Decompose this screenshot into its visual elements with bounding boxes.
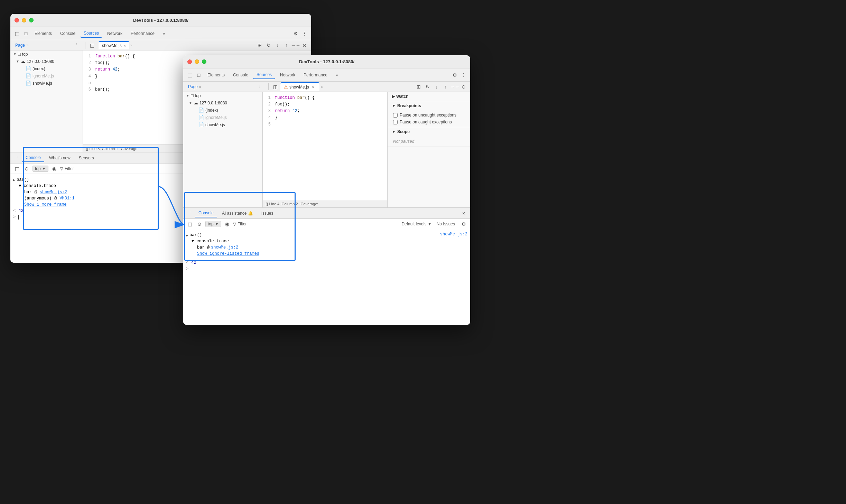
sidebar-toggle-bottom-back[interactable]: ◫ xyxy=(13,165,21,172)
tab-elements-front[interactable]: Elements xyxy=(204,71,228,79)
maximize-button-front[interactable] xyxy=(202,59,206,64)
tree-index-front[interactable]: 📄 (index) xyxy=(183,106,262,114)
file-icon-showme-front: 📄 xyxy=(198,122,204,127)
tree-showme-back[interactable]: 📄 showMe.js xyxy=(10,80,83,87)
sep-front xyxy=(268,83,269,90)
inspect-icon-front[interactable]: ⬚ xyxy=(186,71,194,79)
tree-server-back[interactable]: ▼ ☁ 127.0.0.1:8080 xyxy=(10,58,83,65)
tab-console-bottom-back[interactable]: Console xyxy=(22,154,44,162)
scope-header[interactable]: ▼ Scope xyxy=(388,127,470,136)
tab-issues-front[interactable]: Issues xyxy=(258,209,277,217)
tab-performance-back[interactable]: Performance xyxy=(127,30,158,37)
close-bottom-front[interactable]: × xyxy=(460,209,467,217)
tree-top-back[interactable]: ▼ □ top xyxy=(10,50,83,58)
eye-icon-back[interactable]: ◉ xyxy=(50,165,58,172)
tab-elements-back[interactable]: Elements xyxy=(31,30,55,37)
tab-more-front[interactable]: » xyxy=(332,71,342,79)
refresh-back[interactable]: ↻ xyxy=(265,41,272,49)
bottom-menu-back[interactable]: ⋮ xyxy=(13,154,21,162)
close-button[interactable] xyxy=(15,18,19,22)
inspect-icon[interactable]: ⬚ xyxy=(13,30,21,37)
show-ignore-listed-link[interactable]: Show ignore-listed frames xyxy=(197,251,259,256)
tab-console-back[interactable]: Console xyxy=(57,30,79,37)
main-toolbar-front: ⬚ □ Elements Console Sources Network Per… xyxy=(183,68,470,82)
page-tab-front[interactable]: Page xyxy=(188,84,198,89)
step-out-back[interactable]: →→ xyxy=(292,41,299,49)
tab-sources-back[interactable]: Sources xyxy=(80,29,102,38)
eye-icon-front[interactable]: ◉ xyxy=(223,220,231,228)
file-tab-showme-back[interactable]: showMe.js × xyxy=(99,41,129,49)
tab-ai-front[interactable]: AI assistance 🔔 xyxy=(219,209,257,217)
bottom-menu-front[interactable]: ⋮ xyxy=(186,209,194,217)
tab-network-front[interactable]: Network xyxy=(277,71,299,79)
showme-side-link[interactable]: showMe.js:2 xyxy=(440,232,467,272)
page-tab-back[interactable]: Page xyxy=(15,43,25,48)
tab-sensors-back[interactable]: Sensors xyxy=(75,154,97,162)
step-over-back[interactable]: ↓ xyxy=(274,41,281,49)
sidebar-menu-front[interactable]: ⋮ xyxy=(256,83,263,91)
tree-server-front[interactable]: ▼ ☁ 127.0.0.1:8080 xyxy=(183,99,262,106)
tree-ignoreme-front[interactable]: 📄 ignoreMe.js xyxy=(183,114,262,121)
vm31-link-back[interactable]: VM31:1 xyxy=(59,196,74,201)
device-icon[interactable]: □ xyxy=(22,30,30,37)
close-button-front[interactable] xyxy=(187,59,192,64)
maximize-button[interactable] xyxy=(29,18,34,22)
traffic-lights-back xyxy=(15,18,34,22)
menu-icon-front[interactable]: ⋮ xyxy=(460,71,467,79)
step-out-front[interactable]: →→ xyxy=(451,83,458,91)
deactivate-front[interactable]: ⊝ xyxy=(460,83,467,91)
tab-network-back[interactable]: Network xyxy=(104,30,126,37)
pause-uncaught-checkbox[interactable] xyxy=(393,113,398,118)
minimize-button-front[interactable] xyxy=(195,59,199,64)
settings-console-front[interactable]: ⚙ xyxy=(460,220,467,228)
menu-icon-back[interactable]: ⋮ xyxy=(301,30,308,37)
tab-console-bottom-front[interactable]: Console xyxy=(195,209,217,217)
scope-chevron: ▼ xyxy=(392,129,396,134)
step-over-front[interactable]: ↓ xyxy=(433,83,440,91)
settings-icon-back[interactable]: ⚙ xyxy=(292,30,299,37)
clear-console-back[interactable]: ⊝ xyxy=(23,165,30,172)
frame-icon-front: □ xyxy=(191,93,194,98)
close-tab-back[interactable]: × xyxy=(124,44,126,48)
tree-top-front[interactable]: ▼ □ top xyxy=(183,92,262,99)
tree-ignoreme-back[interactable]: 📄 ignoreMe.js xyxy=(10,72,83,80)
tab-whatsnew-back[interactable]: What's new xyxy=(46,154,74,162)
breakpoints-header[interactable]: ▼ Breakpoints xyxy=(388,101,470,110)
file-tab-showme-front[interactable]: ⚠ showMe.js × xyxy=(280,82,319,91)
close-tab-front[interactable]: × xyxy=(310,84,316,90)
showme-link-front[interactable]: showMe.js:2 xyxy=(211,245,238,250)
show-more-link-back[interactable]: Show 1 more frame xyxy=(24,202,66,207)
device-icon-front[interactable]: □ xyxy=(195,71,203,79)
sidebar-toggle-bottom-front[interactable]: ◫ xyxy=(186,220,194,228)
more-icon-front[interactable]: » xyxy=(199,85,201,89)
tab-sources-front[interactable]: Sources xyxy=(253,71,275,79)
tree-showme-front[interactable]: 📄 showMe.js xyxy=(183,121,262,128)
watch-header[interactable]: ▶ Watch xyxy=(388,92,470,101)
more-tabs-back[interactable]: » xyxy=(130,43,132,47)
sidebar-menu-back[interactable]: ⋮ xyxy=(73,41,80,49)
toggle-sidebar-back[interactable]: ◫ xyxy=(88,41,96,49)
step-into-back[interactable]: ↑ xyxy=(283,41,290,49)
default-levels-btn[interactable]: Default levels ▼ xyxy=(401,222,431,226)
coverage-back: Coverage: xyxy=(121,147,139,151)
tab-console-front[interactable]: Console xyxy=(230,71,252,79)
context-selector-front[interactable]: top ▼ xyxy=(205,221,221,227)
toggle-sidebar-front[interactable]: ◫ xyxy=(271,83,279,91)
split-editor-back[interactable]: ⊞ xyxy=(256,41,263,49)
tab-more-back[interactable]: » xyxy=(159,30,169,37)
split-editor-front[interactable]: ⊞ xyxy=(415,83,422,91)
more-tabs-front[interactable]: » xyxy=(321,85,323,89)
tab-performance-front[interactable]: Performance xyxy=(300,71,331,79)
minimize-button[interactable] xyxy=(22,18,26,22)
refresh-front[interactable]: ↻ xyxy=(424,83,431,91)
showme-link-back[interactable]: showMe.js:2 xyxy=(40,190,67,195)
tree-index-back[interactable]: 📄 (index) xyxy=(10,65,83,72)
line-col-front: {} Line 4, Column 2 xyxy=(266,202,298,206)
settings-icon-front[interactable]: ⚙ xyxy=(451,71,458,79)
more-icon-sidebar-back[interactable]: » xyxy=(26,43,28,47)
deactivate-back[interactable]: ⊝ xyxy=(301,41,308,49)
pause-caught-checkbox[interactable] xyxy=(393,120,398,124)
step-into-front[interactable]: ↑ xyxy=(442,83,449,91)
clear-console-front[interactable]: ⊝ xyxy=(196,220,203,228)
context-selector-back[interactable]: top ▼ xyxy=(32,166,48,172)
